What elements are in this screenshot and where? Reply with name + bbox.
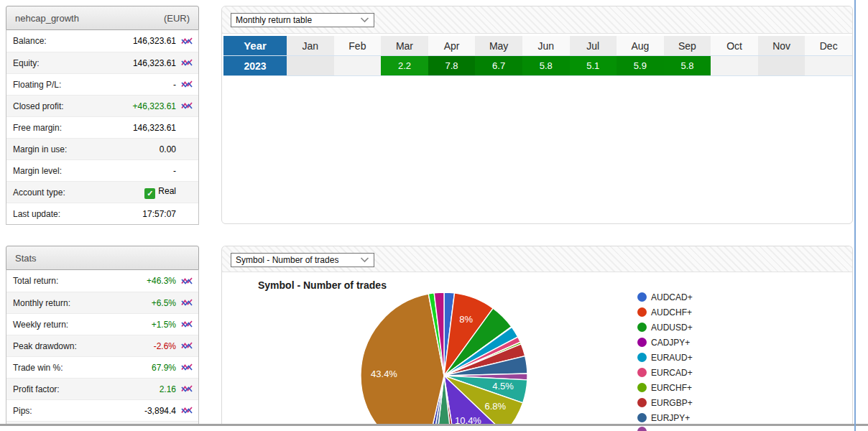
account-value-0: 146,323.61 <box>133 36 176 46</box>
stats-row-4: Trade win %:67.9% <box>6 356 198 378</box>
account-value-3: +46,323.61 <box>133 101 176 111</box>
return-cell-apr: 7.8 <box>428 56 476 76</box>
legend-dot <box>637 353 647 362</box>
stats-value-4: 67.9% <box>152 363 176 373</box>
account-row-7: Account type:✓Real <box>6 181 198 203</box>
account-currency: (EUR) <box>164 13 190 24</box>
stats-panel-header: Stats <box>6 246 199 270</box>
stats-row-6: Pips:-3,894.4 <box>6 399 198 421</box>
stats-label-4: Trade win %: <box>13 363 152 373</box>
monthly-panel-toolbar: Monthly return table <box>222 6 852 34</box>
symbol-trades-pie-chart: 8%4.5%6.8%10.4%43.4% <box>358 289 530 431</box>
mini-chart-icon[interactable] <box>181 298 193 307</box>
account-icon-cell-3 <box>176 101 193 111</box>
account-value-5: 0.00 <box>160 144 176 154</box>
account-label-3: Closed profit: <box>13 101 133 111</box>
legend-label: AUDCHF+ <box>651 307 692 318</box>
mini-chart-icon[interactable] <box>181 384 193 394</box>
pie-view-select[interactable]: Symbol - Number of trades <box>231 253 374 267</box>
account-icon-cell-1 <box>176 58 193 68</box>
stats-icon-cell-5 <box>176 384 193 394</box>
real-account-checkbox: ✓ <box>144 188 155 199</box>
return-cell-aug: 5.9 <box>617 56 664 76</box>
legend-dot <box>637 368 647 377</box>
account-icon-cell-2 <box>176 80 193 89</box>
legend-item-AUDCAD: AUDCAD+ <box>637 289 693 305</box>
year-column-header: Year <box>223 36 287 56</box>
stats-label-0: Total return: <box>13 276 147 286</box>
month-header-aug: Aug <box>617 36 664 56</box>
account-row-3: Closed profit:+46,323.61 <box>6 95 198 116</box>
monthly-view-select-value: Monthly return table <box>236 15 360 25</box>
chevron-down-icon <box>360 257 369 263</box>
legend-label: AUDCAD+ <box>651 292 693 302</box>
pie-view-select-value: Symbol - Number of trades <box>236 255 360 265</box>
account-label-4: Free margin: <box>13 123 133 133</box>
account-value-1: 146,323.61 <box>133 58 176 68</box>
legend-item-EURGBP: EURGBP+ <box>637 395 693 410</box>
fold-divider <box>0 424 868 426</box>
return-cell-empty-feb <box>334 56 382 76</box>
mini-chart-icon[interactable] <box>181 80 193 89</box>
legend-dot <box>637 338 647 347</box>
stats-value-1: +6.5% <box>152 298 176 308</box>
month-header-apr: Apr <box>428 36 476 56</box>
stats-icon-cell-1 <box>176 298 193 307</box>
stats-icon-cell-4 <box>176 363 193 372</box>
legend-item-AUDUSD: AUDUSD+ <box>637 320 693 335</box>
stats-label-1: Monthly return: <box>13 298 152 308</box>
account-row-6: Margin level:- <box>6 159 198 181</box>
legend-dot <box>637 413 647 422</box>
stats-label-2: Weekly return: <box>13 320 152 330</box>
mini-chart-icon[interactable] <box>181 406 193 415</box>
mini-chart-icon[interactable] <box>181 277 193 286</box>
account-row-2: Floating P/L:- <box>6 73 198 95</box>
month-header-sep: Sep <box>664 36 711 56</box>
symbol-trades-panel: Symbol - Number of trades Symbol - Numbe… <box>221 246 853 431</box>
legend-item-EURJPY: EURJPY+ <box>637 410 693 425</box>
account-value-7: ✓Real <box>144 186 176 199</box>
year-cell: 2023 <box>223 56 287 76</box>
month-header-nov: Nov <box>758 36 805 56</box>
account-row-0: Balance:146,323.61 <box>6 30 198 52</box>
stats-value-5: 2.16 <box>160 384 176 394</box>
legend-label: EURCHF+ <box>651 383 692 393</box>
dashboard-page: nehcap_growth (EUR) Balance:146,323.61Eq… <box>0 0 868 431</box>
content-right-border <box>854 0 856 431</box>
return-cell-jun: 5.8 <box>522 56 570 76</box>
account-panel: nehcap_growth (EUR) Balance:146,323.61Eq… <box>6 6 199 225</box>
mini-chart-icon[interactable] <box>181 37 193 46</box>
pie-slice-label: 6.8% <box>484 401 506 412</box>
legend-dot <box>637 307 647 317</box>
mini-chart-icon[interactable] <box>181 341 193 351</box>
stats-icon-cell-3 <box>176 341 193 351</box>
mini-chart-icon[interactable] <box>181 101 193 111</box>
pie-slice-label: 8% <box>459 314 473 325</box>
legend-overflow-dot <box>637 427 647 431</box>
stats-icon-cell-2 <box>176 320 193 329</box>
return-cell-jul: 5.1 <box>570 56 617 76</box>
return-cell-sep: 5.8 <box>664 56 711 76</box>
mini-chart-icon[interactable] <box>181 58 193 68</box>
pie-legend: AUDCAD+AUDCHF+AUDUSD+CADJPY+EURAUD+EURCA… <box>637 289 693 425</box>
legend-label: EURCAD+ <box>651 368 693 378</box>
account-value-4: 146,323.61 <box>133 123 176 133</box>
monthly-return-table: YearJanFebMarAprMayJunJulAugSepOctNovDec… <box>223 36 852 76</box>
account-label-1: Equity: <box>13 58 133 68</box>
account-row-8: Last update:17:57:07 <box>6 203 198 224</box>
mini-chart-icon[interactable] <box>181 320 193 329</box>
return-cell-empty-dec <box>805 56 852 76</box>
monthly-view-select[interactable]: Monthly return table <box>231 13 374 27</box>
mini-chart-icon[interactable] <box>181 363 193 372</box>
account-panel-header: nehcap_growth (EUR) <box>6 6 199 30</box>
month-header-jan: Jan <box>287 36 334 56</box>
stats-row-2: Weekly return:+1.5% <box>6 313 198 335</box>
legend-item-EURCHF: EURCHF+ <box>637 380 693 395</box>
legend-label: AUDUSD+ <box>651 323 693 333</box>
account-label-2: Floating P/L: <box>13 80 173 90</box>
account-value-6: - <box>173 166 176 176</box>
legend-label: EURAUD+ <box>651 353 693 363</box>
stats-row-1: Monthly return:+6.5% <box>6 292 198 313</box>
stats-value-0: +46.3% <box>147 276 176 286</box>
stats-value-3: -2.6% <box>154 341 176 351</box>
